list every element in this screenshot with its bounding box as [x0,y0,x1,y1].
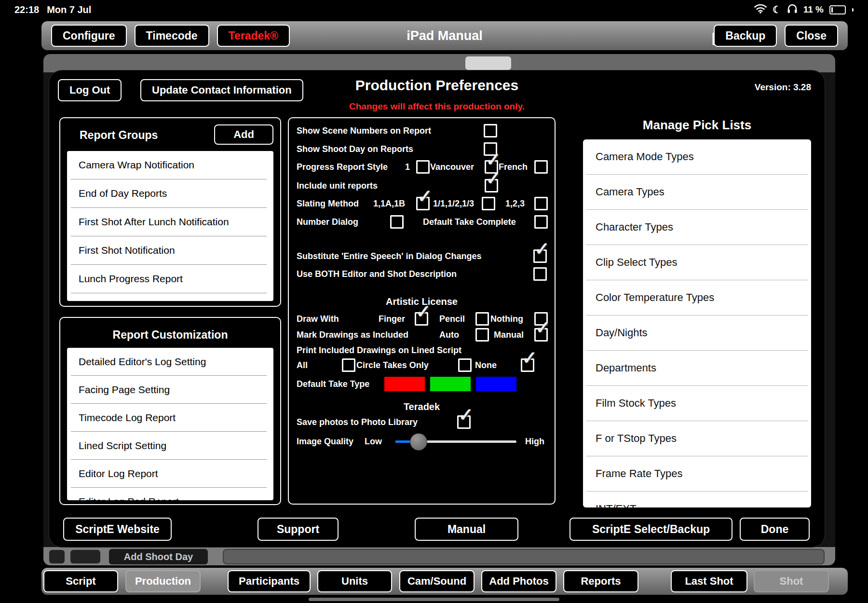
list-item[interactable]: Detailed Editor's Log Setting [71,348,267,376]
nav-production[interactable]: Production [125,570,201,592]
nav-units[interactable]: Units [317,570,392,592]
option-label: Auto [439,328,459,342]
background-small-button [70,550,100,563]
mark-drawings-manual-checkbox[interactable] [534,328,548,342]
warning-text: Changes will affect this production only… [49,101,825,112]
pick-list-item[interactable]: Character Types [586,210,808,245]
option-label: All [297,358,308,372]
pref-label: Include unit reports [297,178,378,193]
headphones-icon [787,4,798,16]
option-label: 1,1A,1B [373,196,405,211]
use-both-editor-shot-checkbox[interactable] [533,267,547,281]
pick-list-item[interactable]: Frame Rate Types [586,456,808,492]
pick-list-item[interactable]: Camera Mode Types [586,139,808,175]
take-type-red-swatch[interactable] [384,377,425,391]
option-label: Finger [379,312,405,326]
image-quality-slider[interactable] [395,440,516,443]
list-item[interactable]: Camera Wrap Notification [71,151,267,179]
pick-lists: Camera Mode Types Camera Types Character… [583,139,811,507]
progress-style-1-checkbox[interactable] [416,160,430,174]
slider-thumb[interactable] [410,433,427,451]
draw-finger-checkbox[interactable] [415,312,428,326]
list-item[interactable]: Editor Log Report [71,460,267,488]
nav-shot[interactable]: Shot [754,570,829,592]
battery-percent: 11 % [803,4,824,15]
progress-style-french-checkbox[interactable] [534,160,548,174]
substitute-entire-speech-checkbox[interactable] [533,249,547,263]
pick-list-item[interactable]: Color Temperature Types [586,280,808,315]
list-item[interactable]: Timecode Log Report [71,404,267,432]
option-label: French [499,160,528,174]
background-small-button [49,550,65,563]
slating-fraction-checkbox[interactable] [482,197,495,210]
top-toolbar: Configure Timecode Teradek® iPad Manual … [41,21,848,50]
battery-nub [852,8,854,12]
support-button[interactable]: Support [258,518,339,541]
list-item[interactable]: Lined Script Setting [71,432,267,460]
slider-high-label: High [525,434,544,449]
include-unit-reports-checkbox[interactable] [485,179,498,192]
take-type-green-swatch[interactable] [430,377,471,391]
slating-1-1a-1b-checkbox[interactable] [416,197,430,210]
pick-list-item[interactable]: INT/EXT [586,492,808,507]
slider-low-label: Low [365,434,382,449]
pref-label: Progress Report Style [297,160,388,174]
list-item[interactable]: First Shot After Lunch Notification [71,208,267,236]
show-scene-numbers-checkbox[interactable] [484,124,497,137]
print-circle-takes-checkbox[interactable] [458,358,472,372]
pick-list-item[interactable]: Departments [586,351,808,386]
pref-label: Default Take Complete [423,215,516,229]
list-item[interactable]: End of Day Reports [71,179,267,208]
draw-pencil-checkbox[interactable] [475,312,489,326]
pick-list-item[interactable]: Day/Nights [586,315,808,351]
app-title: iPad Manual [407,28,483,43]
print-none-checkbox[interactable] [521,358,534,372]
configure-button[interactable]: Configure [51,25,127,47]
add-shoot-day-button-dimmed: Add Shoot Day [109,549,208,564]
nav-participants[interactable]: Participants [228,570,311,592]
default-take-complete-checkbox[interactable] [534,215,548,229]
slating-1-2-3-checkbox[interactable] [534,197,548,210]
teradek-button[interactable]: Teradek® [217,25,290,47]
print-all-checkbox[interactable] [342,358,355,372]
option-label: 1 [405,160,410,174]
list-item[interactable]: Facing Page Setting [71,376,267,404]
list-item[interactable]: Lunch Progress Report [71,265,267,293]
battery-icon [829,5,846,14]
list-item[interactable]: First Shot Notification [71,236,267,265]
backup-button[interactable]: Backup [714,25,777,47]
pick-list-item[interactable]: F or TStop Types [586,421,808,456]
option-label: Nothing [490,312,523,326]
pref-label: Draw With [297,312,339,326]
option-label: None [475,358,497,372]
pref-label: Mark Drawings as Included [297,328,408,342]
nav-add-photos[interactable]: Add Photos [481,570,556,592]
home-indicator[interactable] [309,598,559,601]
pick-list-item[interactable]: Clip Select Types [586,245,808,280]
list-item[interactable]: Editor Log Pad Report [71,488,267,500]
pick-list-item[interactable]: Camera Types [586,175,808,210]
nav-cam-sound[interactable]: Cam/Sound [399,570,475,592]
option-label: Vancouver [430,160,474,174]
done-button[interactable]: Done [740,518,810,541]
background-chip [465,56,511,70]
number-dialog-checkbox[interactable] [390,215,404,229]
nav-script[interactable]: Script [43,570,118,592]
report-customization-panel: Report Customization Detailed Editor's L… [59,317,281,505]
scripte-select-backup-button[interactable]: ScriptE Select/Backup [570,518,732,541]
manage-pick-lists-title: Manage Pick Lists [583,118,811,133]
report-groups-title: Report Groups [80,129,158,142]
pick-list-item[interactable]: Film Stock Types [586,386,808,421]
mark-drawings-auto-checkbox[interactable] [475,328,489,342]
timecode-button[interactable]: Timecode [135,25,209,47]
nav-last-shot[interactable]: Last Shot [671,570,747,592]
status-date: Mon 7 Jul [47,4,91,15]
add-report-group-button[interactable]: Add [214,124,273,145]
take-type-blue-swatch[interactable] [476,377,516,391]
manual-button[interactable]: Manual [415,518,518,541]
close-button[interactable]: Close [785,25,838,47]
save-photos-checkbox[interactable] [457,415,471,429]
pref-label: Use BOTH Editor and Shot Description [297,267,457,281]
scripte-website-button[interactable]: ScriptE Website [63,518,172,541]
nav-reports[interactable]: Reports [563,570,638,592]
